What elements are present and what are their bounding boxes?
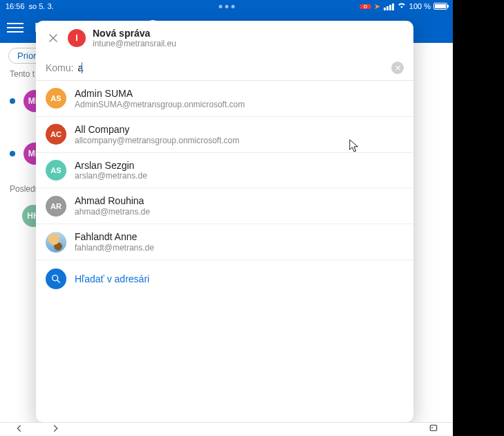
contact-email: fahlandt@metrans.de (75, 243, 154, 253)
location-icon: ➤ (374, 2, 380, 11)
contact-email: arslan@metrans.de (75, 171, 147, 181)
multitask-dots[interactable] (218, 5, 234, 8)
compose-sheet: I Nová správa intune@metransrail.eu Komu… (36, 21, 413, 422)
unread-dot-icon (10, 151, 15, 156)
contact-avatar: AS (46, 88, 66, 109)
contact-suggestion[interactable]: ASAdmin SUMAAdminSUMA@metransgroup.onmic… (36, 81, 413, 117)
contact-name: Admin SUMA (75, 88, 245, 100)
sender-avatar: I (68, 29, 86, 47)
status-time: 16:56 (6, 2, 25, 10)
wifi-icon (397, 2, 407, 10)
contact-name: Ahmad Rouhina (75, 195, 150, 207)
contact-email: allcompany@metransgroup.onmicrosoft.com (75, 136, 239, 145)
contact-suggestions: ASAdmin SUMAAdminSUMA@metransgroup.onmic… (36, 81, 413, 260)
forward-icon[interactable] (50, 423, 61, 437)
close-icon[interactable] (46, 30, 61, 46)
search-directory-icon (46, 269, 66, 289)
status-bar: 16:56 so 5. 3. ➤ 100 % (0, 0, 453, 12)
sender-email: intune@metransrail.eu (93, 39, 176, 48)
contact-name: Fahlandt Anne (75, 231, 154, 243)
status-date: so 5. 3. (29, 2, 54, 10)
contact-avatar (46, 232, 66, 253)
clear-input-icon[interactable]: ✕ (391, 62, 404, 74)
contact-email: AdminSUMA@metransgroup.onmicrosoft.com (75, 100, 245, 109)
contact-suggestion[interactable]: ASArslan Sezginarslan@metrans.de (36, 153, 413, 189)
bottom-toolbar (0, 422, 453, 436)
contact-email: ahmad@metrans.de (75, 207, 150, 217)
contact-suggestion[interactable]: ACAll Companyallcompany@metransgroup.onm… (36, 117, 413, 153)
svg-point-0 (53, 275, 58, 281)
contact-name: Arslan Sezgin (75, 160, 147, 172)
contact-suggestion[interactable]: ARAhmad Rouhinaahmad@metrans.de (36, 188, 413, 224)
unread-dot-icon (10, 98, 15, 104)
cellular-signal-icon (383, 2, 394, 10)
to-label: Komu: (46, 62, 73, 73)
contact-suggestion[interactable]: Fahlandt Annefahlandt@metrans.de (36, 224, 413, 260)
search-directory-label: Hľadať v adresári (75, 273, 149, 284)
battery-icon (433, 3, 447, 10)
to-field-row[interactable]: Komu: a ✕ (36, 55, 413, 81)
screen-recording-badge[interactable] (360, 4, 371, 9)
svg-point-2 (431, 426, 433, 428)
compose-title: Nová správa (93, 28, 176, 39)
contact-avatar: AR (46, 196, 66, 217)
menu-icon[interactable] (7, 19, 24, 36)
contact-avatar: AC (46, 124, 66, 145)
back-icon[interactable] (14, 423, 25, 437)
contact-avatar: AS (46, 160, 66, 181)
battery-percent: 100 % (409, 2, 431, 10)
contact-name: All Company (75, 124, 239, 136)
to-input[interactable]: a (77, 62, 82, 73)
svg-rect-1 (430, 425, 436, 430)
search-directory-row[interactable]: Hľadať v adresári (36, 260, 413, 298)
attachment-icon[interactable] (428, 423, 439, 437)
